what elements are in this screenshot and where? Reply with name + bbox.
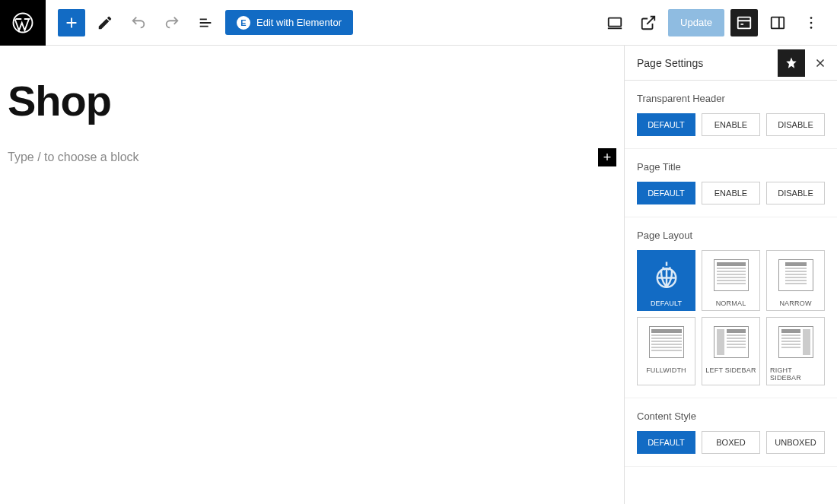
transparent-header-default[interactable]: DEFAULT [637,113,695,136]
redo-button[interactable] [158,9,186,36]
layout-left-sidebar-thumb [711,322,751,362]
layout-fullwidth[interactable]: FULLWIDTH [637,317,695,385]
layout-fullwidth-thumb [647,322,686,362]
close-sidebar-button[interactable] [810,52,831,74]
editor-canvas[interactable]: Shop Type / to choose a block + [0,46,624,504]
add-block-button[interactable] [58,9,85,36]
settings-sidebar: Page Settings Transparent Header DEFAULT… [624,46,837,504]
svg-point-5 [810,21,813,24]
main-area: Shop Type / to choose a block + Page Set… [0,46,837,504]
svg-point-6 [810,27,813,29]
page-title-enable[interactable]: ENABLE [702,182,760,204]
content-style-default[interactable]: DEFAULT [637,431,695,454]
layout-label: NARROW [779,300,811,307]
page-layout-section: Page Layout DEFAULT NORMAL [625,217,837,398]
transparent-header-disable[interactable]: DISABLE [766,113,825,136]
toolbar-right: Update [589,9,837,36]
sidebar-title: Page Settings [637,57,703,69]
transparent-header-section: Transparent Header DEFAULT ENABLE DISABL… [625,81,837,149]
globe-icon [647,255,686,295]
layout-narrow[interactable]: NARROW [766,250,825,311]
wordpress-logo[interactable] [0,0,46,46]
section-label: Content Style [637,410,825,422]
section-label: Page Layout [637,230,825,241]
sidebar-toggle-button[interactable] [764,9,791,36]
elementor-icon: E [237,16,250,30]
add-block-inline-button[interactable]: + [598,148,616,166]
block-placeholder-text: Type / to choose a block [8,151,139,164]
edit-with-elementor-button[interactable]: E Edit with Elementor [225,10,353,35]
pin-button[interactable] [778,49,805,77]
layout-normal-thumb [711,255,751,295]
settings-panel-button[interactable] [730,9,758,36]
page-title-section: Page Title DEFAULT ENABLE DISABLE [625,149,837,217]
section-label: Page Title [637,161,825,173]
layout-right-sidebar[interactable]: RIGHT SIDEBAR [766,317,825,385]
external-link-icon[interactable] [635,9,662,36]
elementor-label: Edit with Elementor [256,17,342,28]
page-title-disable[interactable]: DISABLE [766,182,825,204]
layout-label: RIGHT SIDEBAR [770,366,821,382]
content-style-section: Content Style DEFAULT BOXED UNBOXED [625,398,837,467]
svg-rect-2 [738,17,751,28]
page-title[interactable]: Shop [8,76,616,125]
device-preview-button[interactable] [601,9,629,36]
layout-default[interactable]: DEFAULT [637,250,695,311]
undo-button[interactable] [125,9,152,36]
layout-label: DEFAULT [651,300,682,307]
layout-label: NORMAL [716,300,746,307]
svg-rect-3 [772,17,784,28]
layout-narrow-thumb [776,255,816,295]
layout-normal[interactable]: NORMAL [702,250,760,311]
more-options-button[interactable] [797,9,825,36]
layout-label: LEFT SIDEBAR [705,366,756,374]
block-placeholder[interactable]: Type / to choose a block + [8,148,616,166]
edit-icon[interactable] [91,9,119,36]
document-overview-button[interactable] [192,9,219,36]
transparent-header-enable[interactable]: ENABLE [702,113,760,136]
section-label: Transparent Header [637,93,825,104]
content-style-boxed[interactable]: BOXED [702,431,760,454]
svg-rect-1 [609,17,622,26]
top-toolbar: E Edit with Elementor Update [0,0,837,46]
layout-left-sidebar[interactable]: LEFT SIDEBAR [702,317,760,385]
sidebar-header: Page Settings [625,46,837,81]
toolbar-left: E Edit with Elementor [46,9,365,36]
update-button[interactable]: Update [668,9,724,36]
layout-right-sidebar-thumb [776,322,816,362]
svg-point-4 [810,17,813,19]
content-style-unboxed[interactable]: UNBOXED [766,431,825,454]
page-title-default[interactable]: DEFAULT [637,182,695,204]
layout-label: FULLWIDTH [646,366,686,374]
